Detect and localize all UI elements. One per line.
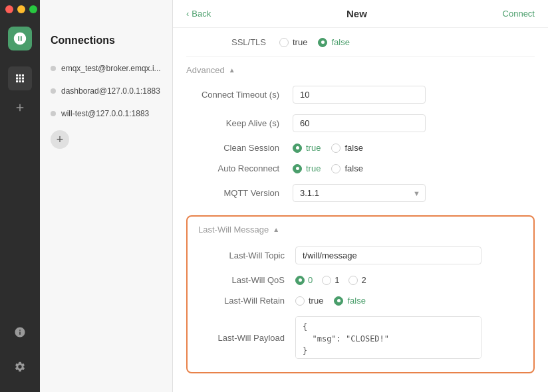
lwm-qos-1-label: 1 <box>335 275 339 285</box>
lwm-payload-row: Last-Will Payload { "msg": "CLOSED!" } <box>198 311 523 364</box>
connection-dot-3 <box>51 111 56 116</box>
minimize-traffic-light[interactable] <box>17 5 25 13</box>
lwm-qos-1[interactable]: 1 <box>322 275 339 285</box>
clean-session-false-option[interactable]: false <box>331 143 362 153</box>
keep-alive-input[interactable] <box>293 114 426 132</box>
connection-name-2: dashborad@127.0.0.1:1883 <box>61 86 160 96</box>
page-title: New <box>346 8 367 19</box>
keep-alive-row: Keep Alive (s) <box>186 109 535 138</box>
form-content: SSL/TLS true false Advanced ▲ Connect Ti… <box>173 28 548 392</box>
connection-dot-2 <box>51 88 56 94</box>
lwm-qos-0-label: 0 <box>308 275 313 285</box>
ssl-false-radio[interactable] <box>318 38 327 47</box>
back-label: Back <box>192 9 211 19</box>
advanced-section-header[interactable]: Advanced ▲ <box>186 57 535 80</box>
sidebar-bottom <box>8 318 32 392</box>
lwm-retain-false-label: false <box>347 296 365 306</box>
auto-reconnect-false-label: false <box>344 163 362 173</box>
mqtt-version-select[interactable]: 3.1.1 5.0 <box>293 184 426 202</box>
clean-session-true-radio[interactable] <box>293 144 302 153</box>
clean-session-row: Clean Session true false <box>186 138 535 158</box>
lwm-header[interactable]: Last-Will Message ▲ <box>198 225 523 235</box>
ssl-tls-radio-group: true false <box>279 37 350 47</box>
logo-icon <box>13 31 27 46</box>
auto-reconnect-row: Auto Reconnect true false <box>186 158 535 179</box>
clean-session-false-label: false <box>344 143 362 153</box>
plus-icon <box>14 102 26 114</box>
sidebar-item-add[interactable] <box>8 96 32 120</box>
mqtt-version-label: MQTT Version <box>186 188 279 198</box>
clean-session-radio-group: true false <box>293 143 363 153</box>
ssl-false-option[interactable]: false <box>318 37 349 47</box>
auto-reconnect-label: Auto Reconnect <box>186 163 279 173</box>
connect-button[interactable]: Connect <box>503 9 535 19</box>
sidebar-item-settings[interactable] <box>8 355 32 379</box>
sidebar-item-connections[interactable] <box>8 66 32 90</box>
settings-icon <box>14 361 26 373</box>
connection-dot-1 <box>51 66 56 71</box>
auto-reconnect-radio-group: true false <box>293 163 363 173</box>
mqtt-version-row: MQTT Version 3.1.1 5.0 ▼ <box>186 179 535 207</box>
ssl-false-label: false <box>331 37 349 47</box>
auto-reconnect-true-radio[interactable] <box>293 164 302 173</box>
lwm-qos-group: 0 1 2 <box>295 275 366 285</box>
lwm-qos-1-radio[interactable] <box>322 276 331 285</box>
lwm-topic-label: Last-Will Topic <box>198 250 285 260</box>
ssl-true-label: true <box>293 37 307 47</box>
mqtt-version-dropdown-wrapper: 3.1.1 5.0 ▼ <box>293 184 426 202</box>
connect-timeout-input[interactable] <box>293 86 426 104</box>
topbar: ‹ Back New Connect <box>173 0 548 28</box>
lwm-qos-2[interactable]: 2 <box>348 275 366 285</box>
lwm-retain-true-label: true <box>309 296 323 306</box>
sidebar-item-info[interactable] <box>8 320 32 344</box>
add-connection-button[interactable]: + <box>51 130 69 149</box>
lwm-retain-label: Last-Will Retain <box>198 296 285 306</box>
maximize-traffic-light[interactable] <box>29 5 37 13</box>
lwm-header-label: Last-Will Message <box>198 225 269 235</box>
advanced-chevron-icon: ▲ <box>229 66 235 74</box>
lwm-retain-false-option[interactable]: false <box>334 296 365 306</box>
connection-item-1[interactable]: emqx_test@broker.emqx.i... <box>40 57 172 80</box>
lwm-chevron-icon: ▲ <box>273 226 279 233</box>
clean-session-true-label: true <box>306 143 321 153</box>
back-chevron-icon: ‹ <box>186 9 189 19</box>
lwm-qos-0[interactable]: 0 <box>295 275 313 285</box>
connections-title: Connections <box>40 27 172 57</box>
ssl-true-option[interactable]: true <box>279 37 307 47</box>
connection-item-3[interactable]: will-test@127.0.0.1:1883 <box>40 102 172 125</box>
auto-reconnect-true-option[interactable]: true <box>293 163 321 173</box>
lwm-qos-row: Last-Will QoS 0 1 2 <box>198 270 523 290</box>
connection-name-3: will-test@127.0.0.1:1883 <box>61 109 149 118</box>
clean-session-label: Clean Session <box>186 143 279 153</box>
connections-panel: Connections emqx_test@broker.emqx.i... d… <box>40 0 173 392</box>
lwm-qos-2-radio[interactable] <box>348 276 358 285</box>
lwm-qos-2-label: 2 <box>361 275 366 285</box>
clean-session-false-radio[interactable] <box>331 144 341 153</box>
lwm-retain-radio-group: true false <box>295 296 366 306</box>
info-icon <box>14 326 26 338</box>
auto-reconnect-false-option[interactable]: false <box>331 163 362 173</box>
lwm-topic-input[interactable] <box>295 246 481 264</box>
connect-timeout-label: Connect Timeout (s) <box>186 90 279 100</box>
lwm-retain-false-radio[interactable] <box>334 296 343 306</box>
lwm-payload-input[interactable]: { "msg": "CLOSED!" } <box>295 316 481 359</box>
app-logo <box>8 27 32 50</box>
connection-name-1: emqx_test@broker.emqx.i... <box>61 64 161 73</box>
advanced-label: Advanced <box>186 65 225 75</box>
auto-reconnect-false-radio[interactable] <box>331 164 341 173</box>
last-will-message-box: Last-Will Message ▲ Last-Will Topic Last… <box>186 215 535 373</box>
clean-session-true-option[interactable]: true <box>293 143 321 153</box>
ssl-tls-row: SSL/TLS true false <box>186 28 535 57</box>
back-button[interactable]: ‹ Back <box>186 9 211 19</box>
lwm-retain-true-radio[interactable] <box>295 296 305 306</box>
lwm-qos-0-radio[interactable] <box>295 276 305 285</box>
main-content: ‹ Back New Connect SSL/TLS true false Ad… <box>173 0 548 392</box>
close-traffic-light[interactable] <box>5 5 13 13</box>
ssl-true-radio[interactable] <box>279 38 289 47</box>
lwm-retain-true-option[interactable]: true <box>295 296 323 306</box>
connection-item-2[interactable]: dashborad@127.0.0.1:1883 <box>40 80 172 102</box>
ssl-tls-label: SSL/TLS <box>186 37 266 47</box>
keep-alive-label: Keep Alive (s) <box>186 118 279 128</box>
lwm-payload-label: Last-Will Payload <box>198 333 285 343</box>
sidebar <box>0 0 40 392</box>
